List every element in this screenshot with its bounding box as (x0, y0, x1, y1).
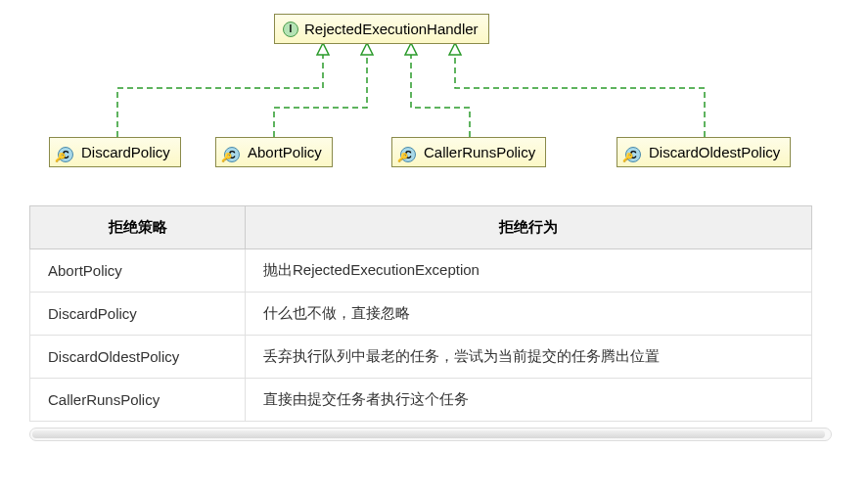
cell-policy: CallerRunsPolicy (30, 379, 246, 422)
svg-marker-1 (361, 43, 373, 55)
uml-diagram: I RejectedExecutionHandler C🔑 DiscardPol… (0, 0, 868, 196)
class-label: AbortPolicy (248, 144, 322, 160)
class-box-callerruns: C🔑 CallerRunsPolicy (391, 137, 546, 167)
class-label: CallerRunsPolicy (424, 144, 535, 160)
class-icon: C🔑 (625, 145, 643, 160)
svg-marker-2 (405, 43, 417, 55)
class-icon: C🔑 (400, 145, 418, 160)
col-header-behavior: 拒绝行为 (246, 206, 812, 249)
table-row: DiscardPolicy 什么也不做，直接忽略 (30, 293, 812, 336)
policy-table: 拒绝策略 拒绝行为 AbortPolicy 抛出RejectedExecutio… (29, 205, 812, 422)
interface-box: I RejectedExecutionHandler (274, 14, 489, 44)
cell-behavior: 什么也不做，直接忽略 (246, 293, 812, 336)
interface-icon: I (283, 22, 298, 37)
horizontal-scrollbar[interactable] (29, 428, 832, 441)
cell-policy: DiscardOldestPolicy (30, 336, 246, 379)
cell-policy: DiscardPolicy (30, 293, 246, 336)
table-header-row: 拒绝策略 拒绝行为 (30, 206, 812, 249)
table-row: AbortPolicy 抛出RejectedExecutionException (30, 249, 812, 293)
table-row: DiscardOldestPolicy 丢弃执行队列中最老的任务，尝试为当前提交… (30, 336, 812, 379)
class-icon: C🔑 (58, 145, 75, 160)
class-box-abort: C🔑 AbortPolicy (215, 137, 333, 167)
cell-policy: AbortPolicy (30, 249, 246, 293)
class-box-discard: C🔑 DiscardPolicy (49, 137, 181, 167)
cell-behavior: 丢弃执行队列中最老的任务，尝试为当前提交的任务腾出位置 (246, 336, 812, 379)
cell-behavior: 直接由提交任务者执行这个任务 (246, 379, 812, 422)
class-label: DiscardOldestPolicy (649, 144, 780, 160)
policy-table-container: 拒绝策略 拒绝行为 AbortPolicy 抛出RejectedExecutio… (29, 205, 839, 422)
cell-behavior: 抛出RejectedExecutionException (246, 249, 812, 293)
class-label: DiscardPolicy (81, 144, 170, 160)
class-icon: C🔑 (224, 145, 242, 160)
table-row: CallerRunsPolicy 直接由提交任务者执行这个任务 (30, 379, 812, 422)
class-box-discardoldest: C🔑 DiscardOldestPolicy (617, 137, 791, 167)
col-header-policy: 拒绝策略 (30, 206, 246, 249)
svg-marker-0 (317, 43, 329, 55)
svg-marker-3 (449, 43, 461, 55)
interface-label: RejectedExecutionHandler (304, 21, 479, 37)
